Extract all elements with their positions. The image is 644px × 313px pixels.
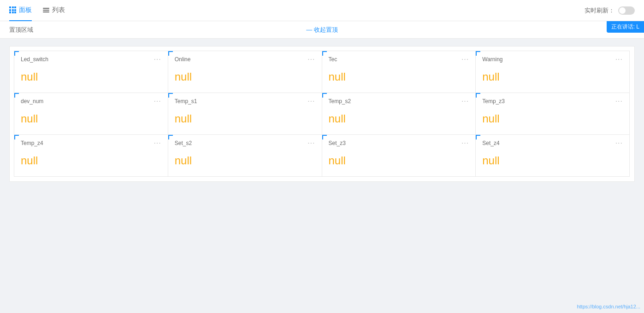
collapse-button[interactable]: — 收起置顶 (306, 26, 338, 34)
card-value: null (322, 150, 476, 176)
collapse-text: — 收起置顶 (306, 26, 338, 34)
card-Online: Online ··· null (168, 51, 322, 93)
speaking-badge: 正在讲话: L (607, 21, 644, 33)
card-title: Warning (482, 56, 502, 63)
card-title: Set_z4 (482, 140, 499, 146)
card-value: null (322, 108, 476, 134)
card-header: Set_z3 ··· (322, 135, 476, 150)
card-title: Set_s2 (175, 140, 192, 146)
realtime-toggle[interactable] (618, 6, 635, 15)
card-more-button[interactable]: ··· (461, 98, 469, 105)
tab-list-label: 列表 (52, 6, 65, 14)
card-title: Temp_s2 (329, 98, 351, 104)
realtime-label: 实时刷新： (585, 6, 614, 15)
card-header: Warning ··· (476, 51, 629, 66)
watermark: https://blog.csdn.net/hja12... (577, 304, 640, 309)
card-Set_s2: Set_s2 ··· null (168, 134, 322, 177)
card-dev_num: dev_num ··· null (14, 93, 168, 135)
card-Warning: Warning ··· null (475, 51, 630, 93)
card-title: Tec (329, 56, 337, 63)
card-value: null (322, 66, 476, 93)
card-more-button[interactable]: ··· (615, 98, 623, 105)
card-corner (476, 93, 480, 98)
top-bar: 面板 列表 实时刷新： (0, 0, 644, 21)
card-header: Set_s2 ··· (168, 135, 322, 150)
card-more-button[interactable]: ··· (307, 98, 315, 105)
tab-group: 面板 列表 (9, 0, 65, 21)
card-corner (322, 93, 327, 98)
cards-grid: Led_switch ··· null Online ··· null Tec … (9, 46, 635, 182)
card-value: null (476, 150, 629, 176)
card-Tec: Tec ··· null (322, 51, 476, 93)
card-corner (14, 93, 19, 98)
card-title: Temp_z4 (21, 140, 43, 146)
card-more-button[interactable]: ··· (461, 139, 469, 147)
card-Temp_s1: Temp_s1 ··· null (168, 93, 322, 135)
card-corner (168, 93, 173, 98)
speaking-text: 正在讲话: L (611, 23, 639, 30)
card-title: Temp_z3 (482, 98, 505, 104)
pinned-label: 置顶区域 (9, 26, 33, 34)
card-header: Tec ··· (322, 51, 476, 66)
tab-panel[interactable]: 面板 (9, 0, 32, 21)
main-content: Led_switch ··· null Online ··· null Tec … (0, 39, 644, 313)
card-Temp_z3: Temp_z3 ··· null (475, 93, 630, 135)
card-header: Temp_z3 ··· (476, 93, 629, 108)
card-more-button[interactable]: ··· (307, 139, 315, 147)
card-value: null (14, 108, 168, 134)
card-more-button[interactable]: ··· (461, 56, 469, 63)
card-more-button[interactable]: ··· (154, 139, 161, 147)
card-title: Temp_s1 (175, 98, 197, 104)
card-corner (14, 135, 19, 139)
card-header: Temp_s1 ··· (168, 93, 322, 108)
card-value: null (168, 108, 322, 134)
card-Temp_s2: Temp_s2 ··· null (322, 93, 476, 135)
list-icon (43, 8, 49, 12)
card-value: null (14, 66, 168, 93)
card-title: dev_num (21, 98, 43, 104)
card-header: Online ··· (168, 51, 322, 66)
toolbar-right: 实时刷新： (585, 6, 635, 15)
card-corner (322, 135, 327, 139)
pinned-bar: 置顶区域 — 收起置顶 正在讲话: L (0, 21, 644, 39)
card-Set_z4: Set_z4 ··· null (475, 134, 630, 177)
card-more-button[interactable]: ··· (154, 98, 161, 105)
card-Led_switch: Led_switch ··· null (14, 51, 168, 93)
card-Set_z3: Set_z3 ··· null (322, 134, 476, 177)
card-corner (322, 51, 327, 56)
card-more-button[interactable]: ··· (615, 56, 623, 63)
card-more-button[interactable]: ··· (154, 56, 161, 63)
card-corner (476, 135, 480, 139)
card-header: dev_num ··· (14, 93, 168, 108)
card-Temp_z4: Temp_z4 ··· null (14, 134, 168, 177)
card-value: null (14, 150, 168, 176)
card-header: Set_z4 ··· (476, 135, 629, 150)
card-value: null (476, 66, 629, 93)
card-corner (14, 51, 19, 56)
card-corner (168, 135, 173, 139)
card-title: Led_switch (21, 56, 48, 63)
card-value: null (168, 150, 322, 176)
grid-icon (9, 6, 16, 13)
card-title: Online (175, 56, 191, 63)
card-value: null (476, 108, 629, 134)
card-header: Temp_s2 ··· (322, 93, 476, 108)
tab-panel-label: 面板 (19, 6, 32, 14)
card-header: Led_switch ··· (14, 51, 168, 66)
card-title: Set_z3 (329, 140, 346, 146)
card-corner (476, 51, 480, 56)
tab-list[interactable]: 列表 (43, 0, 65, 21)
card-corner (168, 51, 173, 56)
card-more-button[interactable]: ··· (307, 56, 315, 63)
card-value: null (168, 66, 322, 93)
card-header: Temp_z4 ··· (14, 135, 168, 150)
card-more-button[interactable]: ··· (615, 139, 623, 147)
